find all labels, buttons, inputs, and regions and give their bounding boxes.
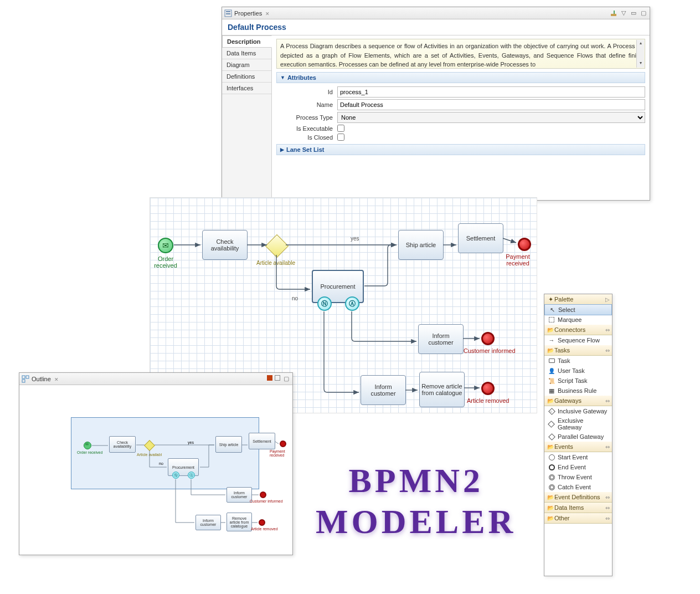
palette-scripttask-label: Script Task xyxy=(558,377,588,384)
folder-icon xyxy=(547,504,554,511)
outline-tool1-icon[interactable] xyxy=(267,375,272,381)
outline-titlebar[interactable]: Outline ▢ xyxy=(19,373,292,385)
outline-panel: Outline ▢ Order received Check availabil… xyxy=(19,372,293,555)
palette-events-header[interactable]: Events⇔ xyxy=(544,442,612,452)
section-collapse-icon[interactable]: ⇔ xyxy=(605,347,610,354)
tab-definitions[interactable]: Definitions xyxy=(222,71,271,83)
properties-titlebar[interactable]: Properties ▽ ▭ ▢ xyxy=(222,7,650,19)
id-input[interactable] xyxy=(337,86,645,98)
attributes-section-header[interactable]: ▼ Attributes xyxy=(276,72,645,83)
edge-yes-label: yes xyxy=(351,235,359,242)
palette-end-event[interactable]: End Event xyxy=(544,462,612,472)
lanesetlist-section-header[interactable]: ▶ Lane Set List xyxy=(276,144,645,155)
palette-select[interactable]: Select xyxy=(544,304,612,315)
palette-parallel-gateway[interactable]: Parallel Gateway xyxy=(544,432,612,442)
palette-user-task[interactable]: User Task xyxy=(544,366,612,376)
section-collapse-icon[interactable]: ⇔ xyxy=(605,444,610,450)
view-menu-icon[interactable]: ▽ xyxy=(620,9,627,17)
tab-data-items[interactable]: Data Items xyxy=(222,48,271,59)
mini-boundary2: Ⓐ xyxy=(188,472,195,479)
palette-tasks-header[interactable]: Tasks⇔ xyxy=(544,345,612,356)
scroll-down-icon[interactable]: ▾ xyxy=(637,60,644,68)
maximize-icon[interactable]: ▢ xyxy=(640,9,647,17)
name-input[interactable] xyxy=(337,99,645,110)
palette-marquee[interactable]: Marquee xyxy=(544,315,612,325)
description-text: A Process Diagram describes a sequence o… xyxy=(280,43,641,68)
end-event-removed[interactable] xyxy=(481,382,495,395)
section-collapse-icon[interactable]: ⇔ xyxy=(605,515,610,521)
processtype-select[interactable]: None xyxy=(337,112,645,123)
palette-throw-event[interactable]: Throw Event xyxy=(544,472,612,482)
section-collapse-icon[interactable]: ⇔ xyxy=(605,327,610,333)
section-collapse-icon[interactable]: ⇔ xyxy=(605,494,610,500)
palette-task[interactable]: Task xyxy=(544,356,612,366)
description-box: A Process Diagram describes a sequence o… xyxy=(276,39,645,69)
task-check-availability[interactable]: Check availability xyxy=(202,230,248,260)
tab-description[interactable]: Description xyxy=(222,35,272,48)
executable-checkbox[interactable] xyxy=(337,125,344,132)
palette-icon: ✦ xyxy=(547,295,554,303)
closed-label: Is Closed xyxy=(276,134,337,141)
bizrule-icon xyxy=(548,387,555,395)
outline-title: Outline xyxy=(32,376,51,382)
scroll-up-icon[interactable]: ▴ xyxy=(637,40,644,48)
tab-close-icon[interactable] xyxy=(265,10,270,17)
palette-inclusive-gateway[interactable]: Inclusive Gateway xyxy=(544,406,612,416)
id-label: Id xyxy=(276,89,337,95)
processtype-label: Process Type xyxy=(276,114,337,121)
palette-other-header[interactable]: Other⇔ xyxy=(544,513,612,524)
palette-business-rule[interactable]: Business Rule xyxy=(544,386,612,396)
outline-body[interactable]: Order received Check availability Articl… xyxy=(19,385,292,551)
end-event-informed[interactable] xyxy=(481,332,495,345)
section-collapse-icon[interactable]: ⇔ xyxy=(605,505,610,511)
closed-checkbox[interactable] xyxy=(337,134,344,141)
tab-diagram[interactable]: Diagram xyxy=(222,59,271,71)
task-check-label: Check availability xyxy=(204,238,246,252)
task-remove-article[interactable]: Remove article from calatogue xyxy=(419,372,465,407)
mini-check: Check availability xyxy=(109,436,136,453)
gateway-article-available[interactable] xyxy=(265,234,289,258)
palette-event-definitions-header[interactable]: Event Definitions⇔ xyxy=(544,492,612,503)
description-scrollbar[interactable]: ▴ ▾ xyxy=(636,40,644,68)
palette-collapse-icon[interactable]: ▷ xyxy=(605,296,610,303)
palette-evdefs-label: Event Definitions xyxy=(554,494,600,500)
palette-exclusive-gateway[interactable]: Exclusive Gateway xyxy=(544,416,612,432)
properties-title: Properties xyxy=(234,10,262,17)
svg-rect-5 xyxy=(22,376,25,378)
outline-close-icon[interactable] xyxy=(54,376,59,382)
outline-maximize-icon[interactable]: ▢ xyxy=(282,375,290,383)
palette-catch-event[interactable]: Catch Event xyxy=(544,482,612,492)
palette-sequence-flow[interactable]: Sequence Flow xyxy=(544,335,612,345)
outline-tool2-icon[interactable] xyxy=(275,375,280,381)
start-event-label: Order received xyxy=(146,255,186,269)
palette-pargw-label: Parallel Gateway xyxy=(558,433,604,440)
toolbar-icon[interactable] xyxy=(610,9,617,17)
boundary-event-1[interactable]: Ⓝ xyxy=(317,296,332,311)
parallel-gateway-icon xyxy=(548,433,555,441)
minimize-icon[interactable]: ▭ xyxy=(630,9,637,17)
boundary-event-2[interactable]: Ⓐ xyxy=(345,296,359,311)
tab-interfaces[interactable]: Interfaces xyxy=(222,83,271,94)
palette-data-items-header[interactable]: Data Items⇔ xyxy=(544,503,612,513)
task-ship-article[interactable]: Ship article xyxy=(398,230,444,260)
task-settlement-label: Settlement xyxy=(466,235,496,242)
logo-line1: BPMN2 xyxy=(316,460,516,501)
end-informed-label: Customer informed xyxy=(464,347,516,354)
palette-connectors-header[interactable]: Connectors⇔ xyxy=(544,325,612,335)
palette-script-task[interactable]: Script Task xyxy=(544,376,612,386)
start-event[interactable] xyxy=(158,238,173,253)
folder-icon xyxy=(547,397,554,404)
palette-start-event[interactable]: Start Event xyxy=(544,452,612,462)
palette-gateways-header[interactable]: Gateways⇔ xyxy=(544,396,612,406)
end-event-payment[interactable] xyxy=(518,238,531,251)
task-inform-customer-2[interactable]: Inform customer xyxy=(361,375,406,405)
properties-heading: Default Process xyxy=(222,19,650,35)
task-settlement[interactable]: Settlement xyxy=(458,223,503,253)
task-inform-customer-1[interactable]: Inform customer xyxy=(418,324,464,354)
section-collapse-icon[interactable]: ⇔ xyxy=(605,398,610,404)
svg-rect-7 xyxy=(22,380,25,382)
mini-boundary1: Ⓝ xyxy=(172,472,179,479)
svg-rect-2 xyxy=(226,13,230,14)
palette-header[interactable]: ✦ Palette ▷ xyxy=(544,294,612,305)
task-procurement-label: Procurement xyxy=(321,283,356,290)
